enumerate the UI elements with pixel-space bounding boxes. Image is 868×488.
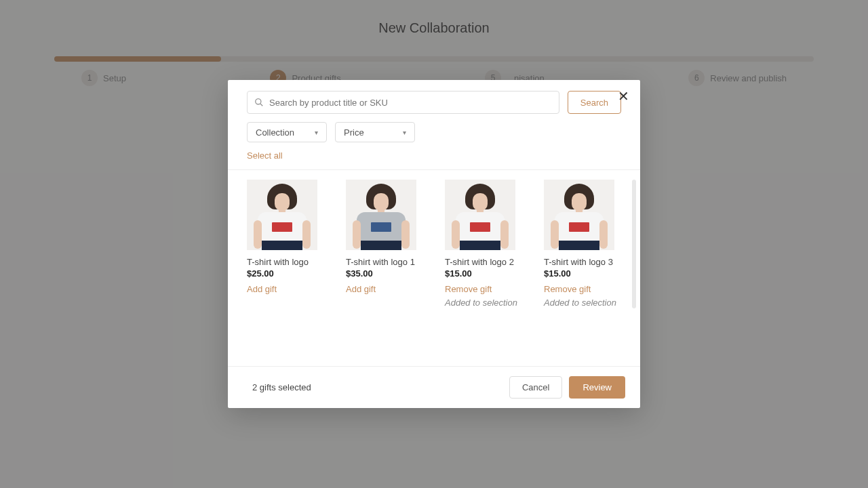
added-note: Added to selection xyxy=(544,298,629,308)
svg-line-1 xyxy=(260,104,262,106)
product-card: T-shirt with logo 3 $15.00 Remove gift A… xyxy=(544,180,629,357)
product-image[interactable] xyxy=(247,180,317,250)
dropdown-label: Collection xyxy=(256,127,294,138)
product-card: T-shirt with logo 2 $15.00 Remove gift A… xyxy=(445,180,530,357)
add-gift-link[interactable]: Add gift xyxy=(247,284,277,294)
search-row: Search xyxy=(247,91,621,114)
filters-row: Collection ▾ Price ▾ xyxy=(247,122,621,142)
product-title: T-shirt with logo 2 xyxy=(445,257,530,267)
search-icon xyxy=(254,98,264,107)
added-note: Added to selection xyxy=(445,298,530,308)
modal-footer: 2 gifts selected Cancel Review xyxy=(228,366,640,408)
remove-gift-link[interactable]: Remove gift xyxy=(544,284,591,294)
modal-overlay: ✕ Search Collection ▾ Price ▾ Select xyxy=(0,0,868,488)
chevron-down-icon: ▾ xyxy=(315,129,318,136)
product-title: T-shirt with logo 3 xyxy=(544,257,629,267)
add-gift-link[interactable]: Add gift xyxy=(346,284,376,294)
scrollbar[interactable] xyxy=(632,180,636,308)
product-title: T-shirt with logo 1 xyxy=(346,257,431,267)
product-card: T-shirt with logo $25.00 Add gift xyxy=(247,180,332,357)
product-price: $25.00 xyxy=(247,268,332,279)
modal-header: Search Collection ▾ Price ▾ Select all xyxy=(228,80,640,169)
cancel-button[interactable]: Cancel xyxy=(509,376,562,399)
product-price: $15.00 xyxy=(544,268,629,279)
price-dropdown[interactable]: Price ▾ xyxy=(335,122,415,142)
select-all-link[interactable]: Select all xyxy=(247,150,283,161)
product-image[interactable] xyxy=(346,180,416,250)
product-price: $35.00 xyxy=(346,268,431,279)
product-image[interactable] xyxy=(445,180,515,250)
search-box[interactable] xyxy=(247,91,559,114)
review-button[interactable]: Review xyxy=(569,376,625,399)
collection-dropdown[interactable]: Collection ▾ xyxy=(247,122,327,142)
product-title: T-shirt with logo xyxy=(247,257,332,267)
svg-point-0 xyxy=(256,99,261,104)
product-card: T-shirt with logo 1 $35.00 Add gift xyxy=(346,180,431,357)
search-button[interactable]: Search xyxy=(568,91,621,114)
search-input[interactable] xyxy=(269,98,552,108)
modal-body: T-shirt with logo $25.00 Add gift T-shir… xyxy=(228,169,640,366)
dropdown-label: Price xyxy=(344,127,364,138)
chevron-down-icon: ▾ xyxy=(403,129,406,136)
footer-actions: Cancel Review xyxy=(509,376,625,399)
product-price: $15.00 xyxy=(445,268,530,279)
product-selection-modal: ✕ Search Collection ▾ Price ▾ Select xyxy=(228,80,640,408)
remove-gift-link[interactable]: Remove gift xyxy=(445,284,492,294)
selected-count: 2 gifts selected xyxy=(252,382,311,392)
close-icon[interactable]: ✕ xyxy=(618,89,629,103)
product-image[interactable] xyxy=(544,180,614,250)
